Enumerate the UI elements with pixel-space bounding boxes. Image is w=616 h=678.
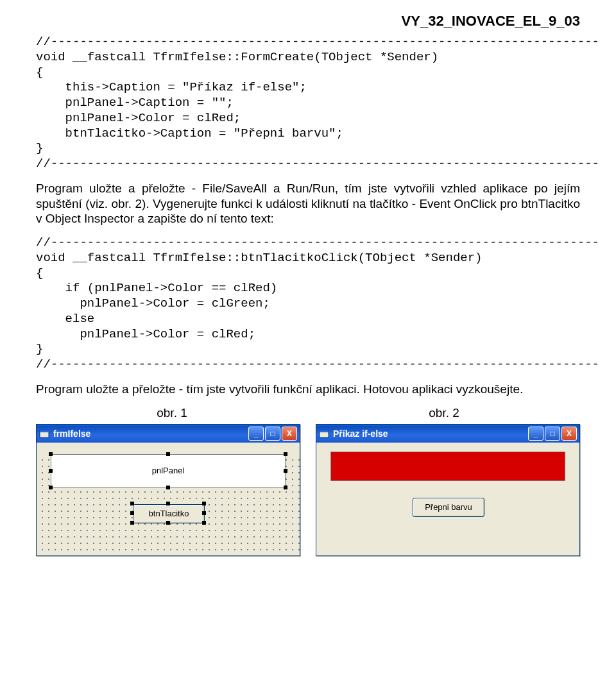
window-title: frmIfelse bbox=[53, 428, 248, 439]
code-block-formcreate: //--------------------------------------… bbox=[36, 35, 580, 172]
svg-rect-1 bbox=[40, 430, 49, 432]
code-block-btnclick: //--------------------------------------… bbox=[36, 235, 580, 373]
paragraph-1: Program uložte a přeložte - File/SaveAll… bbox=[36, 181, 580, 226]
app-icon bbox=[319, 428, 329, 439]
maximize-button[interactable]: □ bbox=[265, 427, 280, 441]
window-title: Příkaz if-else bbox=[333, 428, 528, 439]
paragraph-2: Program uložte a přeložte - tím jste vyt… bbox=[36, 382, 580, 397]
maximize-button[interactable]: □ bbox=[545, 427, 560, 441]
close-button[interactable]: X bbox=[282, 427, 297, 441]
close-icon: X bbox=[567, 429, 572, 438]
figure-2-label: obr. 2 bbox=[308, 406, 580, 420]
button-caption: Přepni barvu bbox=[425, 502, 472, 512]
minimize-icon: _ bbox=[254, 429, 259, 438]
panel-caption: pnlPanel bbox=[152, 466, 185, 475]
window-prikaz-ifelse-runtime: Příkaz if-else _ □ X Přepni barvu bbox=[316, 424, 580, 556]
app-icon bbox=[39, 428, 49, 439]
document-id: VY_32_INOVACE_EL_9_03 bbox=[36, 13, 580, 30]
pnlpanel-design[interactable]: pnlPanel bbox=[51, 454, 286, 487]
titlebar[interactable]: Příkaz if-else _ □ X bbox=[316, 425, 579, 443]
window-frmifelse-design: frmIfelse _ □ X pnlPanel bbox=[36, 424, 300, 556]
btntlacitko-design-wrapper: btnTlacitko bbox=[133, 504, 203, 522]
minimize-icon: _ bbox=[534, 429, 538, 438]
maximize-icon: □ bbox=[550, 429, 554, 438]
svg-rect-3 bbox=[320, 430, 329, 432]
minimize-button[interactable]: _ bbox=[248, 427, 264, 441]
btntlacitko-design[interactable]: btnTlacitko bbox=[133, 504, 205, 523]
close-button[interactable]: X bbox=[561, 427, 577, 441]
form-client-area: Přepni barvu bbox=[316, 452, 579, 545]
form-client-area: pnlPanel btnTlacitko bbox=[37, 454, 300, 555]
maximize-icon: □ bbox=[270, 429, 275, 438]
button-caption: btnTlacitko bbox=[149, 509, 189, 518]
btntlacitko-runtime-wrapper: Přepni barvu bbox=[413, 498, 483, 516]
minimize-button[interactable]: _ bbox=[528, 427, 543, 441]
prepni-barvu-button[interactable]: Přepni barvu bbox=[413, 498, 484, 517]
titlebar[interactable]: frmIfelse _ □ X bbox=[37, 425, 300, 443]
pnlpanel-runtime bbox=[330, 452, 565, 481]
close-icon: X bbox=[287, 429, 292, 438]
figure-1-label: obr. 1 bbox=[36, 406, 308, 420]
